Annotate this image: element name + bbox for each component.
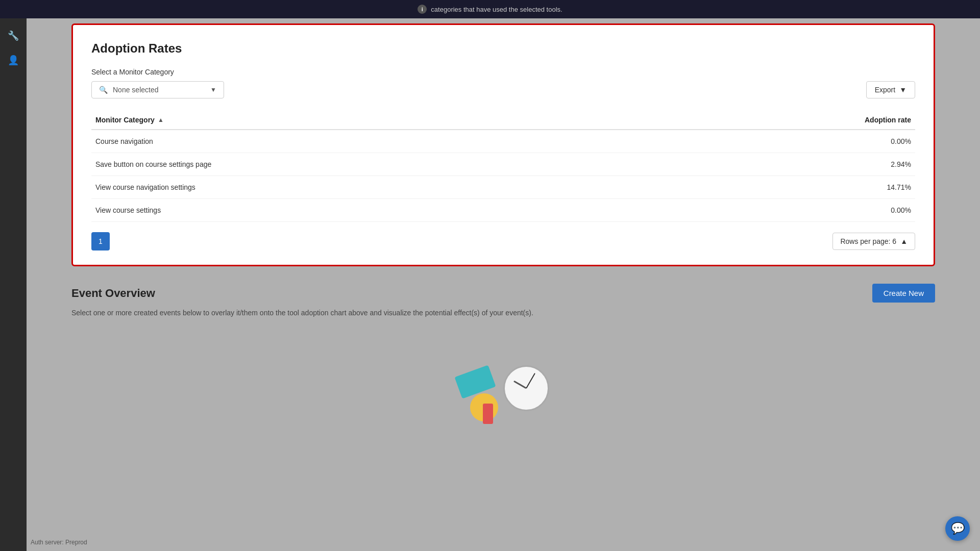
panel-title: Adoption Rates: [91, 41, 915, 56]
controls-row: 🔍 None selected ▼ Export ▼: [91, 81, 915, 98]
teal-shape: [454, 365, 496, 398]
export-label: Export: [875, 86, 895, 94]
cell-rate: 2.94%: [664, 153, 915, 176]
rows-per-page-chevron-icon: ▲: [900, 237, 908, 245]
sort-icon: ▲: [158, 116, 164, 123]
event-description: Select one or more created events below …: [71, 309, 935, 317]
main-content: Adoption Rates Select a Monitor Category…: [27, 18, 980, 551]
monitor-category-dropdown[interactable]: 🔍 None selected ▼: [91, 81, 224, 98]
cell-rate: 14.71%: [664, 176, 915, 199]
cell-category: Save button on course settings page: [91, 153, 664, 176]
export-chevron-icon: ▼: [899, 86, 906, 94]
illustration-area: [452, 360, 554, 427]
col-adoption-rate[interactable]: Adoption rate: [664, 111, 915, 130]
cell-category: Course navigation: [91, 130, 664, 153]
table-row: Save button on course settings page2.94%: [91, 153, 915, 176]
export-button[interactable]: Export ▼: [866, 81, 915, 98]
event-header: Event Overview Create New: [71, 284, 935, 303]
monitor-category-label: Select a Monitor Category: [91, 68, 915, 76]
hint-text: categories that have used the selected t…: [431, 6, 562, 13]
top-hint-bar: i categories that have used the selected…: [0, 0, 980, 18]
sidebar-user-icon[interactable]: 👤: [4, 51, 22, 69]
chevron-down-icon: ▼: [210, 86, 216, 93]
col-monitor-category[interactable]: Monitor Category ▲: [91, 111, 664, 130]
cell-category: View course navigation settings: [91, 176, 664, 199]
page-1-button[interactable]: 1: [91, 232, 110, 251]
pagination-row: 1 Rows per page: 6 ▲: [91, 232, 915, 251]
table-row: View course navigation settings14.71%: [91, 176, 915, 199]
auth-server-label: Auth server: Preprod: [31, 539, 87, 546]
event-title: Event Overview: [71, 287, 155, 300]
cell-rate: 0.00%: [664, 199, 915, 222]
chat-icon: 💬: [951, 522, 965, 535]
cell-rate: 0.00%: [664, 130, 915, 153]
create-new-button[interactable]: Create New: [872, 284, 935, 303]
cell-category: View course settings: [91, 199, 664, 222]
search-icon: 🔍: [99, 86, 108, 94]
info-icon: i: [418, 5, 427, 14]
event-section: Event Overview Create New Select one or …: [71, 284, 935, 329]
sidebar-tool-icon[interactable]: 🔧: [4, 27, 22, 45]
table-row: Course navigation0.00%: [91, 130, 915, 153]
clock-hour-hand: [513, 381, 527, 389]
sidebar: 🔧 👤: [0, 18, 27, 551]
dropdown-value: None selected: [113, 86, 159, 94]
clock-minute-hand: [526, 373, 535, 388]
table-row: View course settings0.00%: [91, 199, 915, 222]
adoption-rates-panel: Adoption Rates Select a Monitor Category…: [71, 23, 935, 266]
red-shape: [483, 404, 493, 424]
rows-per-page-label: Rows per page: 6: [840, 237, 896, 245]
rows-per-page-button[interactable]: Rows per page: 6 ▲: [832, 233, 915, 250]
clock-face: [503, 365, 549, 411]
adoption-table: Monitor Category ▲ Adoption rate Course …: [91, 111, 915, 222]
chat-button[interactable]: 💬: [945, 516, 970, 541]
